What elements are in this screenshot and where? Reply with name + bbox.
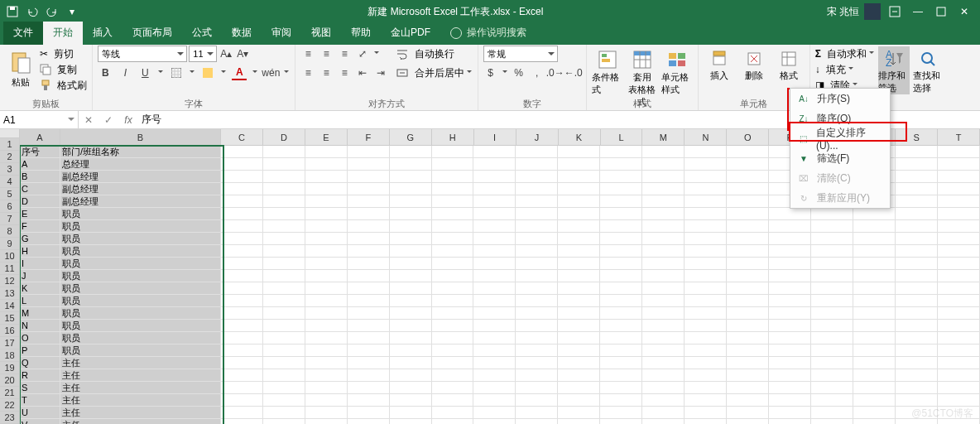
column-header[interactable]: M	[642, 129, 685, 146]
cell[interactable]	[811, 282, 853, 295]
tab-view[interactable]: 视图	[301, 22, 341, 45]
cell[interactable]	[263, 158, 305, 171]
cell[interactable]	[769, 394, 811, 407]
cell[interactable]	[811, 208, 853, 220]
cell[interactable]	[642, 394, 685, 407]
cell[interactable]	[811, 344, 853, 357]
cell[interactable]	[685, 245, 727, 258]
cell[interactable]	[305, 220, 348, 233]
cell[interactable]	[221, 307, 263, 320]
cell[interactable]	[896, 171, 938, 183]
cell[interactable]	[769, 307, 811, 320]
cell[interactable]	[600, 158, 642, 171]
cell[interactable]: D	[20, 195, 60, 208]
select-all-corner[interactable]	[0, 129, 20, 138]
fx-icon[interactable]: fx	[118, 114, 138, 126]
cell[interactable]: 职员	[60, 307, 221, 320]
row-header[interactable]: 3	[0, 163, 20, 176]
cell[interactable]	[938, 282, 980, 295]
cell[interactable]: 主任	[60, 419, 221, 424]
cell[interactable]	[516, 195, 558, 208]
cell[interactable]	[769, 258, 811, 270]
phonetic-drop[interactable]	[283, 65, 290, 80]
cell[interactable]: C	[20, 183, 60, 195]
cell[interactable]	[432, 282, 474, 295]
cell[interactable]	[600, 332, 642, 344]
cell[interactable]	[896, 195, 938, 208]
align-center-icon[interactable]: ≡	[319, 65, 334, 80]
tab-file[interactable]: 文件	[3, 22, 43, 45]
cell[interactable]	[938, 183, 980, 195]
cell[interactable]	[558, 320, 600, 332]
font-size-combo[interactable]: 11	[189, 46, 217, 62]
cell[interactable]	[769, 295, 811, 307]
cell[interactable]	[390, 419, 432, 424]
column-header[interactable]: C	[221, 129, 263, 146]
cell[interactable]	[221, 270, 263, 282]
tab-insert[interactable]: 插入	[83, 22, 122, 45]
cell[interactable]	[473, 258, 516, 270]
cell[interactable]	[727, 419, 769, 424]
cell[interactable]	[685, 419, 727, 424]
cell[interactable]	[896, 282, 938, 295]
row-header[interactable]: 23	[0, 412, 20, 424]
cell[interactable]	[727, 245, 769, 258]
cell[interactable]	[769, 407, 811, 419]
cell[interactable]	[600, 307, 642, 320]
cell[interactable]	[348, 307, 390, 320]
font-color-button[interactable]: A	[232, 65, 247, 80]
cell[interactable]	[432, 233, 474, 245]
column-header[interactable]: K	[559, 129, 601, 146]
row-header[interactable]: 12	[0, 275, 20, 287]
cell[interactable]: K	[20, 282, 60, 295]
cell[interactable]	[896, 357, 938, 369]
cell[interactable]	[853, 307, 896, 320]
cell[interactable]	[432, 295, 474, 307]
cell[interactable]: H	[20, 245, 60, 258]
cell[interactable]	[558, 258, 600, 270]
enter-formula-icon[interactable]: ✓	[98, 114, 118, 126]
cell[interactable]	[811, 419, 853, 424]
cell[interactable]	[348, 394, 390, 407]
cell[interactable]	[642, 369, 685, 382]
cell[interactable]	[853, 332, 896, 344]
cell[interactable]	[390, 332, 432, 344]
cell[interactable]	[600, 369, 642, 382]
cell[interactable]	[305, 233, 348, 245]
cell[interactable]	[348, 270, 390, 282]
cell[interactable]	[685, 183, 727, 195]
cell[interactable]	[600, 344, 642, 357]
cell[interactable]	[263, 245, 305, 258]
cell[interactable]	[432, 394, 474, 407]
cell[interactable]	[853, 320, 896, 332]
cell[interactable]	[896, 233, 938, 245]
cell[interactable]	[432, 146, 474, 158]
cell[interactable]	[432, 419, 474, 424]
cell[interactable]	[727, 407, 769, 419]
cell[interactable]	[305, 307, 348, 320]
cell[interactable]	[558, 394, 600, 407]
menu-custom-sort[interactable]: ⬚自定义排序(U)...	[790, 128, 890, 148]
cell[interactable]	[600, 171, 642, 183]
row-header[interactable]: 11	[0, 263, 20, 275]
cell[interactable]	[221, 282, 263, 295]
align-top-icon[interactable]: ≡	[300, 46, 315, 61]
cell[interactable]	[685, 394, 727, 407]
cell[interactable]	[348, 407, 390, 419]
cell[interactable]	[642, 419, 685, 424]
phonetic-button[interactable]: wén	[263, 65, 278, 80]
cell[interactable]	[348, 146, 390, 158]
cell[interactable]	[390, 233, 432, 245]
cut-button[interactable]: ✂ 剪切	[40, 46, 87, 61]
cell[interactable]	[390, 407, 432, 419]
maximize-icon[interactable]	[932, 2, 950, 21]
cell[interactable]	[558, 233, 600, 245]
column-header[interactable]: I	[474, 129, 516, 146]
cell[interactable]	[221, 419, 263, 424]
cell[interactable]	[642, 344, 685, 357]
cell[interactable]: 主任	[60, 382, 221, 394]
cell[interactable]	[600, 245, 642, 258]
cell[interactable]: E	[20, 208, 60, 220]
cell[interactable]	[600, 195, 642, 208]
tab-home[interactable]: 开始	[43, 22, 83, 45]
